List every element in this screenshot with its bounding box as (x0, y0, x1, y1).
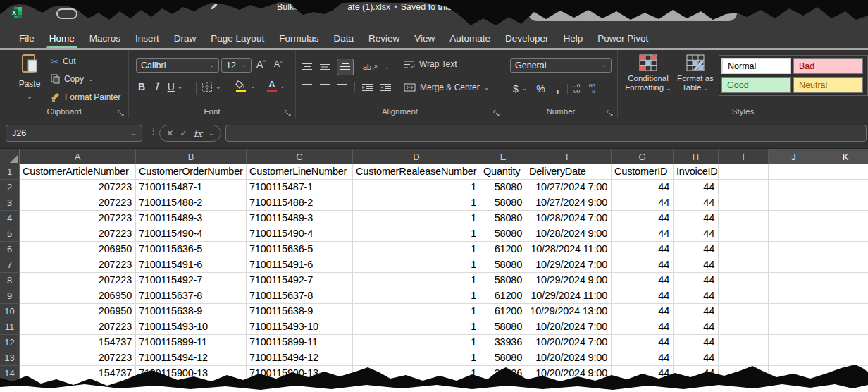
row-header-6[interactable]: 6 (0, 242, 20, 257)
cell-I2[interactable] (719, 180, 769, 195)
font-color-button[interactable]: A (267, 80, 277, 92)
comma-format-button[interactable]: , (556, 81, 559, 96)
cell-J1[interactable] (769, 164, 819, 180)
cell-E10[interactable]: 61200 (480, 304, 526, 319)
cell-G4[interactable]: 44 (612, 211, 674, 226)
style-chip-bad[interactable]: Bad (793, 58, 863, 74)
format-as-table-button[interactable]: Format as Table ⌄ (674, 53, 717, 92)
cell-K2[interactable] (819, 180, 868, 195)
cell-E14[interactable]: 33936 (480, 366, 526, 381)
cell-G3[interactable]: 44 (612, 195, 674, 211)
currency-format-button[interactable]: $ (513, 83, 519, 94)
cell-F6[interactable]: 10/28/2024 11:00 (526, 242, 612, 257)
decrease-indent-button[interactable] (361, 83, 373, 92)
cell-B14[interactable]: 7100115900-13 (136, 366, 247, 381)
autosave-toggle-fragment[interactable] (56, 8, 78, 19)
style-chip-normal[interactable]: Normal (721, 58, 791, 74)
cell-C3[interactable]: 7100115488-2 (247, 195, 353, 211)
increase-indent-button[interactable] (380, 83, 392, 92)
column-header-K[interactable]: K (819, 149, 868, 164)
column-header-F[interactable]: F (526, 149, 612, 164)
cell-A9[interactable]: 206950 (20, 288, 136, 304)
cell-H14[interactable]: 44 (674, 366, 719, 381)
shrink-font-button[interactable]: Av (274, 59, 283, 69)
cell-H3[interactable]: 44 (674, 195, 719, 211)
cell-C11[interactable]: 7100115493-10 (247, 319, 353, 335)
cell-B7[interactable]: 7100115491-6 (136, 257, 247, 273)
borders-dropdown-icon[interactable]: ⌄ (216, 84, 221, 90)
cell-F11[interactable]: 10/20/2024 7:00 (526, 319, 612, 335)
cell-B4[interactable]: 7100115489-3 (136, 211, 247, 226)
cell-C8[interactable]: 7100115492-7 (247, 273, 353, 288)
cell-H2[interactable]: 44 (674, 180, 719, 195)
decrease-decimal-button[interactable]: .00→0 (586, 83, 595, 94)
cell-C10[interactable]: 7100115638-9 (247, 304, 353, 319)
cell-A11[interactable]: 207223 (20, 319, 136, 335)
cell-G7[interactable]: 44 (612, 257, 674, 273)
cell-B11[interactable]: 7100115493-10 (136, 319, 247, 335)
cell-J8[interactable] (769, 273, 819, 288)
cell-A14[interactable]: 154737 (20, 366, 136, 381)
cell-K11[interactable] (819, 319, 868, 335)
menu-tab-automate[interactable]: Automate (448, 33, 492, 44)
cell-C14[interactable]: 7100115900-13 (247, 366, 353, 381)
currency-dropdown-icon[interactable]: ⌄ (522, 85, 528, 92)
menu-tab-review[interactable]: Review (367, 33, 401, 44)
cell-G10[interactable]: 44 (612, 304, 674, 319)
underline-button[interactable]: U (168, 81, 175, 92)
cell-I9[interactable] (719, 288, 769, 304)
cell-C7[interactable]: 7100115491-6 (247, 257, 353, 273)
cut-button[interactable]: ✂ Cut (51, 54, 76, 68)
cell-G14[interactable]: 44 (612, 366, 674, 381)
cell-C4[interactable]: 7100115489-3 (247, 211, 353, 226)
cell-I3[interactable] (719, 195, 769, 211)
row-header-7[interactable]: 7 (0, 257, 20, 273)
align-right-button[interactable] (337, 83, 348, 92)
paste-dropdown-icon[interactable]: ⌄ (27, 93, 32, 100)
row-header-14[interactable]: 14 (0, 366, 20, 381)
paste-button[interactable]: Paste ⌄ (14, 53, 45, 102)
cell-G8[interactable]: 44 (612, 273, 674, 288)
cell-J10[interactable] (769, 304, 819, 319)
cell-I6[interactable] (719, 242, 769, 257)
cell-I14[interactable] (719, 366, 769, 381)
cell-J6[interactable] (769, 242, 819, 257)
cell-D1[interactable]: CustomerRealeaseNumber (353, 164, 480, 180)
cell-B12[interactable]: 7100115899-11 (136, 335, 247, 350)
cell-C13[interactable]: 7100115494-12 (247, 350, 353, 366)
cell-J14[interactable] (769, 366, 819, 381)
cell-D13[interactable]: 1 (353, 350, 480, 366)
cell-F9[interactable]: 10/29/2024 11:00 (526, 288, 612, 304)
row-header-3[interactable]: 3 (0, 195, 20, 211)
cell-E8[interactable]: 58080 (480, 273, 526, 288)
cell-D5[interactable]: 1 (353, 226, 480, 242)
cell-D10[interactable]: 1 (353, 304, 480, 319)
clipboard-dialog-launcher-icon[interactable] (118, 107, 125, 114)
cell-I13[interactable] (719, 350, 769, 366)
cell-D7[interactable]: 1 (353, 257, 480, 273)
cell-F3[interactable]: 10/27/2024 9:00 (526, 195, 612, 211)
document-title[interactable]: BulkOrate (1).xlsx•Saved to this (277, 2, 452, 13)
cell-K9[interactable] (819, 288, 868, 304)
cell-B13[interactable]: 7100115494-12 (136, 350, 247, 366)
cell-K8[interactable] (819, 273, 868, 288)
row-header-2[interactable]: 2 (0, 180, 20, 195)
insert-function-button[interactable]: fx (194, 128, 202, 139)
row-header-5[interactable]: 5 (0, 226, 20, 242)
cell-A5[interactable]: 207223 (20, 226, 136, 242)
cell-J12[interactable] (769, 335, 819, 350)
menu-tab-help[interactable]: Help (562, 33, 585, 44)
column-header-D[interactable]: D (353, 149, 480, 164)
font-size-select[interactable]: 12⌄ (221, 58, 252, 73)
cell-G13[interactable]: 44 (612, 350, 674, 366)
cell-F10[interactable]: 10/29/2024 13:00 (526, 304, 612, 319)
cell-C6[interactable]: 7100115636-5 (247, 242, 353, 257)
cell-F13[interactable]: 10/20/2024 9:00 (526, 350, 612, 366)
cell-E9[interactable]: 61200 (480, 288, 526, 304)
cell-J5[interactable] (769, 226, 819, 242)
cell-K10[interactable] (819, 304, 868, 319)
column-header-G[interactable]: G (612, 149, 674, 164)
number-format-select[interactable]: General⌄ (510, 58, 612, 73)
cell-D8[interactable]: 1 (353, 273, 480, 288)
menu-tab-macros[interactable]: Macros (88, 33, 122, 44)
